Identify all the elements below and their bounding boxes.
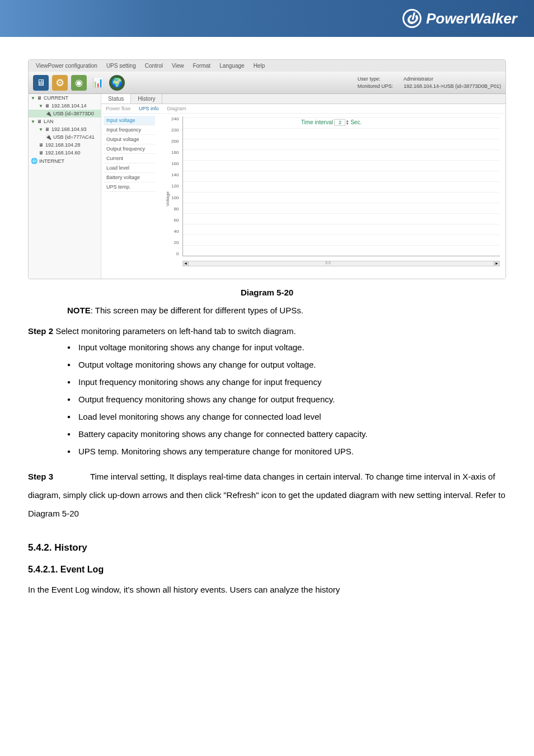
bullet-item: Input voltage monitoring shows any chang…	[67, 342, 506, 352]
section-event-log: 5.4.2.1. Event Log	[28, 565, 506, 575]
note-text: NOTE: This screen may be different for d…	[67, 306, 506, 315]
header-info: User type: Administrator Monitored UPS: …	[358, 76, 501, 90]
brand-banner: ⏻ PowerWalker	[0, 0, 534, 37]
tree-lan[interactable]: ▼🖥 LAN	[29, 118, 101, 125]
status-icon[interactable]: ◉	[71, 75, 87, 91]
tree-ip-1[interactable]: ▼🖥 192.168.104.14	[29, 102, 101, 110]
chart-scrollbar[interactable]: ◄ 8.6 ►	[182, 261, 500, 266]
param-output-frequency[interactable]: Output frequency	[104, 144, 155, 154]
plot-canvas	[182, 116, 500, 256]
tree-ip-4[interactable]: 🖥 192.168.104.60	[29, 149, 101, 157]
menu-help[interactable]: Help	[249, 62, 270, 70]
menu-ups-setting[interactable]: UPS setting	[102, 62, 140, 70]
sub-tabs: Power flow UPS info Diagram	[101, 104, 505, 114]
power-icon: ⏻	[402, 9, 421, 28]
user-type-value: Administrator	[404, 76, 433, 82]
bullet-item: Output frequency monitoring shows any ch…	[67, 395, 506, 404]
param-input-frequency[interactable]: Input frequency	[104, 125, 155, 135]
y-axis-ticks: 240220200180160140120100806040200	[171, 116, 179, 256]
monitored-label: Monitored UPS:	[358, 83, 402, 90]
chevron-down-icon: ▼	[31, 96, 35, 101]
menu-language[interactable]: Language	[215, 62, 249, 70]
bullet-item: Input frequency monitoring shows any cha…	[67, 377, 506, 387]
menu-configuration[interactable]: ViewPower configuration	[31, 62, 102, 70]
app-menubar: ViewPower configuration UPS setting Cont…	[29, 60, 505, 72]
bullet-item: UPS temp. Monitoring shows any temperatu…	[67, 447, 506, 456]
param-load-level[interactable]: Load level	[104, 163, 155, 173]
tree-ip-3[interactable]: 🖥 192.168.104.28	[29, 141, 101, 149]
monitored-value: 192.168.104.14->USB (id=38773D0B_P01)	[404, 83, 501, 89]
bullet-list: Input voltage monitoring shows any chang…	[67, 342, 506, 456]
subtab-upsinfo[interactable]: UPS info	[139, 106, 159, 111]
subtab-diagram[interactable]: Diagram	[167, 106, 186, 111]
menu-format[interactable]: Format	[188, 62, 215, 70]
bullet-item: Load level monitoring shows any change f…	[67, 412, 506, 421]
chart-icon[interactable]: 📊	[90, 75, 106, 91]
tree-usb-1[interactable]: 🔌 USB (id=38773D0	[29, 110, 101, 118]
tree-internet[interactable]: 🌐 INTERNET	[29, 157, 101, 165]
chart-area: Voltage 24022020018016014012010080604020…	[157, 114, 505, 279]
step-3: Step 3 Time interval setting, It display…	[28, 467, 506, 523]
chevron-down-icon: ▼	[39, 104, 43, 109]
section-history: 5.4.2. History	[28, 542, 506, 553]
app-screenshot: ViewPower configuration UPS setting Cont…	[28, 59, 506, 279]
bullet-item: Battery capacity monitoring shows any ch…	[67, 429, 506, 439]
monitor-icon[interactable]: 🖥	[33, 75, 49, 91]
subtab-powerflow[interactable]: Power flow	[106, 106, 130, 111]
tree-current[interactable]: ▼🖥 CURRENT	[29, 94, 101, 102]
tab-history[interactable]: History	[131, 94, 162, 104]
step-2: Step 2 Select monitoring parameters on l…	[28, 326, 506, 336]
gear-icon[interactable]: ⚙	[52, 75, 68, 91]
y-axis-label: Voltage	[165, 191, 170, 206]
globe-icon: 🌐	[31, 158, 38, 164]
tree-ip-2[interactable]: ▼🖥 192.168.104.93	[29, 125, 101, 133]
tree-usb-2[interactable]: 🔌 USB (id=777AC41	[29, 133, 101, 141]
param-battery-voltage[interactable]: Battery voltage	[104, 173, 155, 182]
x-axis-tick: 8.6	[325, 261, 331, 265]
globe-icon[interactable]: 🌍	[109, 75, 125, 91]
param-ups-temp[interactable]: UPS temp.	[104, 182, 155, 192]
param-current[interactable]: Current	[104, 154, 155, 163]
brand-logo: ⏻ PowerWalker	[402, 9, 517, 28]
user-type-label: User type:	[358, 76, 402, 83]
menu-control[interactable]: Control	[140, 62, 167, 70]
menu-view[interactable]: View	[167, 62, 189, 70]
param-output-voltage[interactable]: Output voltage	[104, 135, 155, 144]
main-tabs: Status History	[101, 94, 505, 104]
event-log-paragraph: In the Event Log window, it's shown all …	[28, 583, 506, 597]
scroll-right-icon[interactable]: ►	[494, 261, 499, 266]
brand-text: PowerWalker	[426, 10, 517, 27]
chevron-down-icon: ▼	[31, 119, 35, 124]
parameter-list: Input voltage Input frequency Output vol…	[101, 114, 157, 279]
chevron-down-icon: ▼	[39, 127, 43, 132]
bullet-item: Output voltage monitoring shows any chan…	[67, 360, 506, 369]
device-tree: ▼🖥 CURRENT ▼🖥 192.168.104.14 🔌 USB (id=3…	[29, 94, 101, 279]
app-toolbar: 🖥 ⚙ ◉ 📊 🌍 User type: Administrator Monit…	[29, 72, 505, 94]
scroll-left-icon[interactable]: ◄	[183, 261, 189, 266]
tab-status[interactable]: Status	[101, 94, 131, 104]
param-input-voltage[interactable]: Input voltage	[104, 116, 155, 125]
figure-caption: Diagram 5-20	[28, 288, 506, 297]
